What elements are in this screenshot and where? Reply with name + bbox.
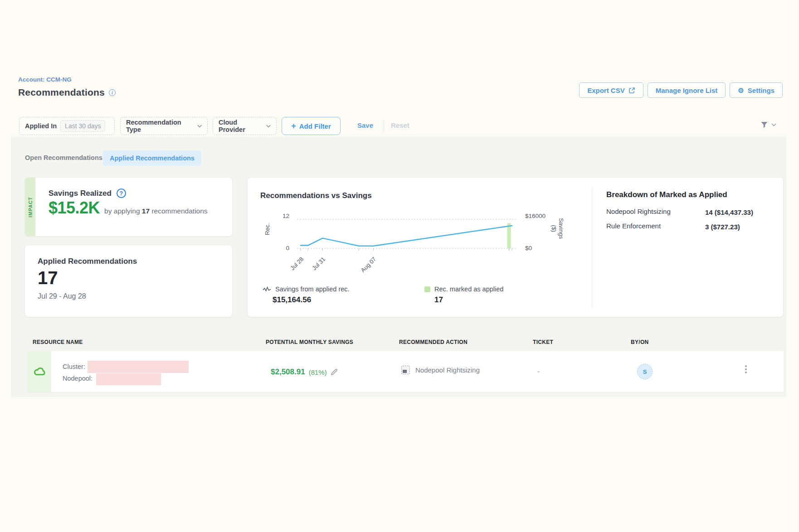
edit-pencil-icon[interactable] [331,368,338,376]
header-buttons: Export CSV Manage Ignore List ⚙ Settings [579,82,783,98]
right-axis-tick-0: $0 [525,245,532,251]
manage-ignore-list-button[interactable]: Manage Ignore List [648,82,726,98]
column-header-by-on: BY/ON [631,339,649,345]
save-filter-link[interactable]: Save [357,121,373,129]
chevron-down-icon [771,123,776,126]
savings-realized-desc: by applying 17 recommendations [104,207,208,215]
breakdown-row: Nodepool Rightsizing 14 ($14,437.33) [606,208,776,218]
row-actions-menu-icon[interactable] [743,365,749,373]
tab-applied-label: Applied Recommendations [110,155,195,162]
filter-chip-recommendation-type[interactable]: Recommendation Type [120,117,208,135]
pulse-line-icon [263,286,271,292]
redacted-nodepool-name [96,373,161,385]
page-title-row: Recommendations i [18,87,116,98]
legend-savings-line: Savings from applied rec. [263,285,350,293]
recommendations-vs-savings-card: Recommendations vs Savings 12 0 $16000 $… [247,177,784,317]
savings-amount: $2,508.91 [271,368,305,377]
legend-marked-applied: Rec. marked as applied [424,285,503,293]
settings-button[interactable]: ⚙ Settings [730,82,783,98]
column-header-resource-name: RESOURCE NAME [33,339,83,345]
recommended-action-cell: Nodepool Rightsizing [401,366,480,374]
info-icon[interactable]: i [109,89,116,96]
potential-savings-cell: $2,508.91 (81%) [271,368,338,377]
card-divider [592,188,592,308]
add-filter-button[interactable]: + Add Filter [282,117,341,135]
filter-chip-cloud-provider[interactable]: Cloud Provider [213,117,277,135]
applied-card-date-range: Jul 29 - Aug 28 [38,292,86,300]
legend-marked-label: Rec. marked as applied [434,285,503,293]
nodepool-icon [401,366,410,374]
y-axis-label-savings: Savings ($) [550,214,565,242]
recommendation-type-label: Recommendation Type [126,119,194,133]
x-axis-tick-aug07: Aug 07 [360,256,378,274]
breadcrumb-account[interactable]: Account: CCM-NG [18,76,72,83]
savings-realized-card: IMPACT Savings Realized ? $15.2K by appl… [24,177,233,237]
cloud-icon [33,366,46,377]
y-axis-label-rec: Rec. [264,223,271,235]
help-icon[interactable]: ? [117,189,126,198]
page-title: Recommendations [18,87,105,98]
filter-menu-toggle[interactable] [760,121,776,129]
manage-ignore-list-label: Manage Ignore List [656,87,718,94]
y-axis-tick-0: 0 [266,245,289,251]
ticket-cell: - [537,368,540,375]
savings-realized-amount: $15.2K [49,198,100,218]
y-axis-tick-12: 12 [266,213,289,219]
impact-strip-label: IMPACT [28,197,33,217]
applied-card-count: 17 [38,268,58,288]
column-header-recommended-action: RECOMMENDED ACTION [399,339,468,345]
breakdown-rows: Nodepool Rightsizing 14 ($14,437.33) Rul… [606,208,776,237]
right-axis-tick-16000: $16000 [525,213,546,219]
by-on-avatar[interactable]: S [637,364,653,379]
applied-in-value[interactable]: Last 30 days [60,120,105,132]
applied-recommendations-card: Applied Recommendations 17 Jul 29 - Aug … [24,245,233,317]
applied-card-title: Applied Recommendations [38,257,137,266]
breakdown-title: Breakdown of Marked as Applied [606,190,727,199]
export-csv-label: Export CSV [587,87,625,94]
breakdown-row: Rule Enforcement 3 ($727.23) [606,222,776,232]
breakdown-row-label: Rule Enforcement [606,222,705,232]
redacted-cluster-name [88,361,189,373]
table-row[interactable]: Cluster: Nodepool: $2,508.91 (81%) Nodep… [27,351,784,392]
desc-prefix: by applying [104,207,140,215]
legend-savings-value: $15,164.56 [273,295,311,305]
cloud-provider-label: Cloud Provider [219,119,263,133]
recommended-action-text: Nodepool Rightsizing [415,366,480,374]
chevron-down-icon [266,125,271,128]
settings-label: Settings [748,87,775,94]
chart-title: Recommendations vs Savings [260,191,372,200]
x-axis-tick-jul31: Jul 31 [311,256,326,271]
external-link-icon [628,87,635,94]
savings-percent: (81%) [309,368,327,376]
desc-suffix: recommendations [151,207,207,215]
add-filter-label: Add Filter [299,122,331,130]
legend-marked-value: 17 [434,295,443,305]
funnel-icon [760,121,769,129]
chevron-down-icon [197,125,202,128]
breakdown-row-value: 3 ($727.23) [705,222,764,232]
x-axis-tick-jul28: Jul 28 [289,256,305,271]
reset-filter-link[interactable]: Reset [391,121,409,129]
filter-bar: Applied In Last 30 days Recommendation T… [0,117,799,136]
nodepool-label: Nodepool: [63,375,93,382]
tab-applied-recommendations[interactable]: Applied Recommendations [103,150,201,166]
plus-icon: + [291,121,296,131]
column-header-ticket: TICKET [533,339,553,345]
chart-plot [295,216,517,253]
column-header-potential-monthly-savings: POTENTIAL MONTHLY SAVINGS [266,339,353,345]
breakdown-row-value: 14 ($14,437.33) [705,208,764,218]
gear-icon: ⚙ [738,87,744,94]
tab-open-recommendations[interactable]: Open Recommendations [25,154,102,161]
export-csv-button[interactable]: Export CSV [579,82,643,98]
resource-type-cell [27,351,51,392]
save-reset-divider [384,120,384,131]
savings-realized-title: Savings Realized [49,189,112,198]
impact-strip: IMPACT [25,178,35,236]
cluster-label: Cluster: [63,363,85,370]
green-swatch-icon [424,286,430,292]
filter-chip-applied-in[interactable]: Applied In Last 30 days [19,117,115,135]
desc-count: 17 [142,207,150,215]
breakdown-row-label: Nodepool Rightsizing [606,208,705,218]
applied-in-label: Applied In [25,122,57,130]
legend-savings-label: Savings from applied rec. [275,285,350,293]
